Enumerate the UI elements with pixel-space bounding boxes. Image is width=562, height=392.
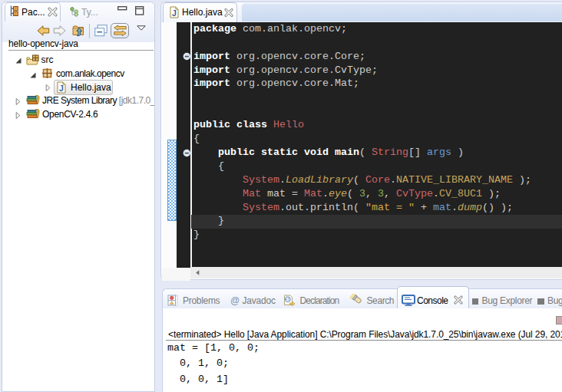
svg-text:J: J: [59, 84, 64, 93]
svg-text:J: J: [172, 8, 177, 18]
